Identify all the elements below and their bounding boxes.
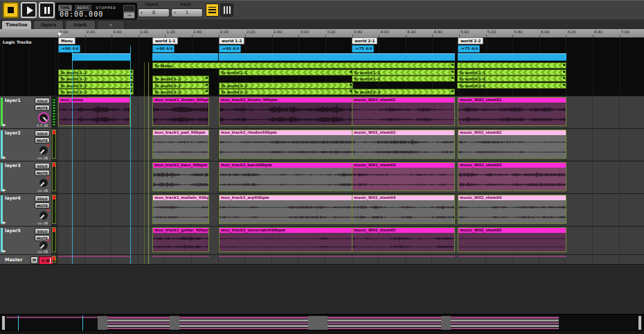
audio-clip[interactable]: music_W02_stem02 xyxy=(458,130,566,159)
layer-lane[interactable]: mus_track1_pad_90bpmmus_track2_rhodes90b… xyxy=(57,128,644,161)
list-view-button[interactable] xyxy=(206,3,219,17)
timeline-marker[interactable]: world 2-1 xyxy=(352,37,377,44)
timeline-marker[interactable]: world 2-2 xyxy=(458,37,483,44)
audio-clip[interactable]: music_W01_stem03 xyxy=(352,162,455,191)
transition-block[interactable]: To world 2-1 xyxy=(457,82,566,89)
tempo-marker[interactable]: ♩=75 4/4 xyxy=(352,45,374,53)
audio-clip[interactable]: mus_track1_guitar_90bpm xyxy=(152,227,209,252)
nav-clip-stripe xyxy=(451,325,559,327)
audio-clip[interactable]: music_W01_stem01 xyxy=(352,97,455,126)
tempo-marker[interactable]: ♩=75 4/4 xyxy=(458,45,480,53)
layer-lane[interactable]: mus_track1_bass_90bpmmus_track2_bass90bp… xyxy=(57,161,644,193)
audio-clip[interactable]: music_W01_stem02 xyxy=(352,130,455,159)
solo-button[interactable]: SOLO xyxy=(35,163,50,169)
layer-play-arrow[interactable]: ▶ xyxy=(3,155,6,159)
solo-button[interactable]: SOLO xyxy=(35,98,50,104)
audio-clip[interactable]: music_W02_stem04 xyxy=(458,195,566,224)
audio-clip[interactable]: mus_menu xyxy=(58,97,130,126)
layer-lane[interactable]: mus_menumus_track1_drums_90bpmmus_track2… xyxy=(57,96,644,128)
audio-clip[interactable]: music_W01_stem04 xyxy=(352,195,455,224)
volume-knob[interactable] xyxy=(38,145,49,156)
section-loop-bar[interactable] xyxy=(152,53,218,61)
transition-block[interactable]: To world 2-2 xyxy=(152,89,209,95)
volume-knob[interactable] xyxy=(38,177,49,188)
transition-block[interactable]: To world 2-2 xyxy=(219,89,353,95)
master-lane[interactable] xyxy=(57,254,644,264)
layer-lane[interactable]: mus_track1_mallets_90bpmmus_track2_arp90… xyxy=(57,193,644,226)
transition-block[interactable] xyxy=(457,62,566,69)
time-option-button[interactable] xyxy=(123,5,135,12)
transition-block[interactable]: To world 1-1 xyxy=(219,69,353,76)
audio-clip[interactable]: music_W02_stem03 xyxy=(458,162,566,191)
transition-block[interactable]: To world 2-2 xyxy=(58,89,134,95)
transition-block[interactable]: To world 1-2 xyxy=(58,76,134,82)
transition-block[interactable]: To world 2-1 xyxy=(219,82,353,89)
timeline-marker[interactable]: Menu xyxy=(58,37,75,44)
layer-play-arrow[interactable]: ▶ xyxy=(3,122,6,127)
audio-clip[interactable]: mus_track2_arp90bpm xyxy=(219,195,353,224)
audio-clip[interactable]: music_W02_stem05 xyxy=(458,227,566,252)
mute-button[interactable]: MUTE xyxy=(35,170,50,176)
timeline-marker[interactable]: world 1-1 xyxy=(152,37,178,44)
section-loop-bar[interactable] xyxy=(219,53,353,61)
audio-clip[interactable]: music_W02_stem01 xyxy=(458,97,566,126)
master-name: Master xyxy=(5,257,22,263)
audio-clip[interactable]: mus_track2_bass90bpm xyxy=(219,162,353,191)
stop-button[interactable] xyxy=(3,2,19,18)
mute-button[interactable]: MUTE xyxy=(35,202,50,209)
audio-clip[interactable]: mus_track1_pad_90bpm xyxy=(152,130,209,159)
section-loop-bar[interactable] xyxy=(72,53,130,61)
timeline-marker[interactable]: world 1-2 xyxy=(219,37,244,44)
audio-clip[interactable]: mus_track2_rhodes90bpm xyxy=(219,130,353,159)
solo-button[interactable]: SOLO xyxy=(35,130,50,137)
nav-view-handle[interactable] xyxy=(2,316,5,330)
tempo-marker[interactable]: ♩=90 4/4 xyxy=(219,45,241,53)
track-spinner[interactable]: › 1 xyxy=(171,8,203,17)
transition-block[interactable]: To world 2-2 xyxy=(352,89,455,95)
mute-button[interactable]: MUTE xyxy=(35,137,50,143)
layer-play-arrow[interactable]: ▶ xyxy=(3,187,6,192)
play-button[interactable] xyxy=(21,2,37,18)
audio-clip[interactable]: mus_track1_drums_90bpm xyxy=(152,97,209,126)
section-loop-bar[interactable] xyxy=(458,53,566,61)
audio-clip[interactable]: mus_track1_mallets_90bpm xyxy=(152,195,209,224)
overview-navigator[interactable] xyxy=(0,314,644,331)
nav-view-handle[interactable] xyxy=(638,316,641,330)
follow-playhead-button[interactable]: → xyxy=(123,12,135,19)
audio-clip[interactable]: mus_track1_bass_90bpm xyxy=(152,162,209,191)
transition-block[interactable]: To world 1-1 xyxy=(457,69,566,76)
transition-block[interactable]: To world 1-2 xyxy=(152,76,209,82)
tempo-marker[interactable]: ♩=90 4/4 xyxy=(58,45,80,53)
tempo-marker[interactable]: ♩=90 4/4 xyxy=(152,45,175,53)
pause-button[interactable] xyxy=(39,2,55,18)
audio-clip[interactable]: mus_track2_voxscratch90bpm xyxy=(219,227,353,252)
transition-block[interactable]: To world 1-2 xyxy=(457,76,566,82)
volume-knob[interactable] xyxy=(38,210,49,221)
audio-clip[interactable]: music_W01_stem05 xyxy=(352,227,455,252)
tab-track[interactable]: track xyxy=(65,20,96,29)
tab-add[interactable]: + xyxy=(97,20,125,29)
volume-knob[interactable] xyxy=(38,112,49,123)
tab-timeline[interactable]: Timeline xyxy=(1,20,32,29)
layer-lane[interactable]: mus_track1_guitar_90bpmmus_track2_voxscr… xyxy=(57,226,644,254)
layer-play-arrow[interactable]: ▶ xyxy=(3,220,6,225)
tab-layers[interactable]: layers xyxy=(33,20,64,29)
transition-block[interactable]: To world 2-1 xyxy=(58,82,134,89)
transition-block[interactable]: To world 1-1 xyxy=(352,69,455,76)
solo-button[interactable]: SOLO xyxy=(35,195,50,202)
layers-spinner[interactable]: › 0 xyxy=(138,8,170,17)
transition-block[interactable]: To world 1-2 xyxy=(352,76,455,82)
section-loop-bar[interactable] xyxy=(352,53,455,61)
layer-play-arrow[interactable]: ▶ xyxy=(3,248,6,253)
nav-clip-stripe xyxy=(179,328,308,330)
mixer-view-button[interactable] xyxy=(220,3,233,17)
master-mute-button[interactable]: M xyxy=(30,256,38,264)
ruler-tick-label: 5:00 xyxy=(460,30,469,34)
solo-button[interactable]: SOLO xyxy=(35,228,50,234)
mute-button[interactable]: MUTE xyxy=(35,105,50,111)
transition-block[interactable]: To world 2-1 xyxy=(152,82,209,89)
chevron-pattern xyxy=(458,66,566,69)
transition-block[interactable]: To world 1-1 xyxy=(58,69,134,76)
transition-block[interactable]: To Menu xyxy=(152,62,455,69)
audio-clip[interactable]: mus_track2_drums_90bpm xyxy=(219,97,353,126)
